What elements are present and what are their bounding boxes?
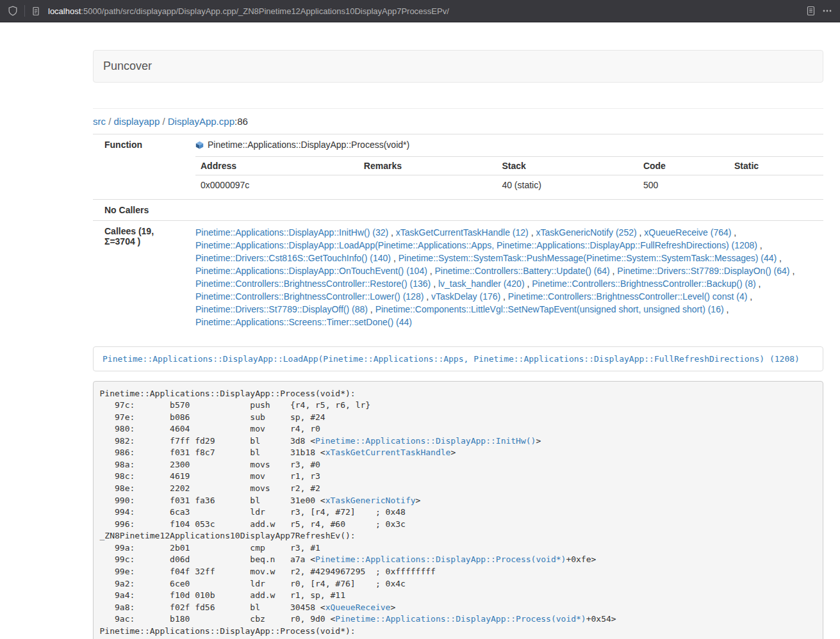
callee-link[interactable]: Pinetime::Controllers::BrightnessControl… [532,279,755,289]
symbol-link[interactable]: xTaskGetCurrentTaskHandle [325,448,451,457]
breadcrumb-separator: / [160,116,168,127]
function-name: Pinetime::Applications::DisplayApp::Proc… [208,140,409,150]
callee-link[interactable]: Pinetime::Applications::DisplayApp::Load… [195,240,757,250]
callee-separator: , [529,227,536,238]
brand-link[interactable]: Puncover [103,60,152,73]
disassembly-code-block: Pinetime::Applications::DisplayApp::Proc… [93,381,823,639]
stats-value-row: 0x0000097c 40 (static) 500 [195,175,823,195]
callee-separator: , [391,253,399,263]
callee-separator: , [756,279,761,289]
callee-separator: , [747,291,752,302]
symbol-link[interactable]: xQueueReceive [325,603,391,612]
page-body: Puncover src / displayapp / DisplayApp.c… [0,22,840,639]
callee-link[interactable]: Pinetime::Drivers::Cst816S::GetTouchInfo… [195,253,391,263]
tracking-protection-shield-icon[interactable] [8,6,18,16]
callee-link[interactable]: vTaskDelay (176) [431,291,500,302]
callee-link[interactable]: xTaskGetCurrentTaskHandle (12) [396,227,529,238]
no-callers-label: No Callers [93,200,190,221]
function-stats-table: Address Remarks Stack Code Static 0x0000… [195,156,823,194]
no-callers-row: No Callers [93,200,823,221]
callee-link[interactable]: Pinetime::Controllers::Battery::Update()… [435,266,610,276]
navbar: Puncover [93,50,823,83]
breadcrumb-separator: / [106,116,114,127]
address-value: 0x0000097c [195,175,359,195]
callee-separator: , [610,266,618,276]
callees-list: Pinetime::Applications::DisplayApp::Init… [195,226,823,328]
callee-separator: , [724,304,729,314]
page-info-icon[interactable] [31,6,40,16]
breadcrumb-displayapp-link[interactable]: displayapp [114,116,160,127]
reader-mode-icon[interactable] [806,6,816,16]
callee-separator: , [731,227,736,238]
symbol-link[interactable]: Pinetime::Applications::DisplayApp::Init… [315,436,536,446]
callee-link[interactable]: Pinetime::Drivers::St7789::DisplayOn() (… [617,266,789,276]
callee-link[interactable]: xTaskGenericNotify (252) [536,227,636,238]
toolbar-divider [24,5,25,17]
callee-link[interactable]: Pinetime::Applications::Screens::Timer::… [195,317,412,327]
callee-link[interactable]: Pinetime::Controllers::BrightnessControl… [195,279,431,289]
selected-callee-box: Pinetime::Applications::DisplayApp::Load… [93,346,823,371]
callee-separator: , [637,227,645,238]
callee-separator: , [424,291,431,302]
url-host: localhost [48,6,81,16]
column-header-address: Address [195,157,359,175]
callee-link[interactable]: Pinetime::Controllers::BrightnessControl… [508,291,747,302]
selected-callee-link[interactable]: Pinetime::Applications::DisplayApp::Load… [103,354,800,364]
line-number: :86 [235,116,248,127]
callee-link[interactable]: Pinetime::Applications::DisplayApp::Init… [195,227,388,238]
callees-row: Callees (19, Σ=3704 ) Pinetime::Applicat… [93,221,823,334]
static-value [729,175,823,195]
callee-separator: , [427,266,435,276]
callee-separator: , [368,304,375,314]
callee-link[interactable]: Pinetime::Drivers::St7789::DisplayOff() … [195,304,368,314]
method-icon [195,141,204,149]
callee-link[interactable]: lv_task_handler (420) [438,279,525,289]
callee-link[interactable]: Pinetime::Components::LittleVgl::SetNewT… [375,304,724,314]
column-header-stack: Stack [497,157,638,175]
stats-header-row: Address Remarks Stack Code Static [195,157,823,175]
separator-rule [93,108,823,109]
stack-value: 40 (static) [497,175,638,195]
symbol-link[interactable]: Pinetime::Applications::DisplayApp::Proc… [335,614,586,624]
column-header-remarks: Remarks [359,157,497,175]
breadcrumb-src-link[interactable]: src [93,116,106,127]
column-header-code: Code [638,157,729,175]
browser-toolbar: localhost:5000/path/src/displayapp/Displ… [0,0,840,22]
remarks-value [359,175,497,195]
callee-link[interactable]: Pinetime::Controllers::BrightnessControl… [195,291,424,302]
function-row: Function Pinetime::Applications::Display… [93,134,823,200]
callee-separator: , [431,279,438,289]
callee-separator: , [525,279,532,289]
breadcrumb-file-link[interactable]: DisplayApp.cpp [168,116,235,127]
callee-separator: , [388,227,396,238]
column-header-static: Static [729,157,823,175]
callee-separator: , [777,253,782,263]
function-row-label: Function [93,134,190,200]
function-info-table: Function Pinetime::Applications::Display… [93,134,823,334]
callee-link[interactable]: xQueueReceive (764) [644,227,731,238]
symbol-link[interactable]: xTaskGenericNotify [325,496,416,505]
symbol-link[interactable]: Pinetime::Applications::DisplayApp::Proc… [315,554,566,564]
callee-link[interactable]: Pinetime::Applications::DisplayApp::OnTo… [195,266,427,276]
callees-label: Callees (19, Σ=3704 ) [93,221,190,334]
breadcrumb: src / displayapp / DisplayApp.cpp:86 [93,115,823,128]
callee-separator: , [790,266,795,276]
callee-link[interactable]: Pinetime::System::SystemTask::PushMessag… [399,253,777,263]
function-name-row: Pinetime::Applications::DisplayApp::Proc… [195,140,823,150]
url-path: :5000/path/src/displayapp/DisplayApp.cpp… [81,6,449,16]
url-bar[interactable]: localhost:5000/path/src/displayapp/Displ… [47,6,800,16]
page-actions-menu-icon[interactable] [822,6,832,16]
callee-separator: , [500,291,508,302]
code-value: 500 [638,175,729,195]
callee-separator: , [757,240,762,250]
